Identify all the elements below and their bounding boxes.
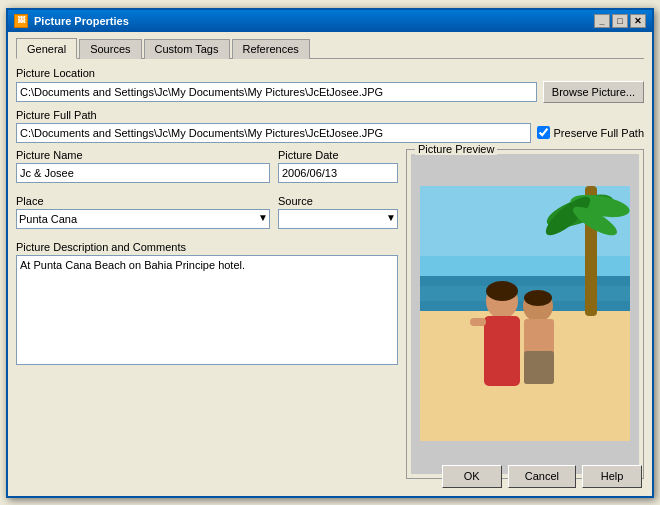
- source-label: Source: [278, 195, 398, 207]
- picture-preview-inner: [411, 154, 639, 474]
- preserve-full-path-label: Preserve Full Path: [554, 127, 644, 139]
- help-button[interactable]: Help: [582, 465, 642, 488]
- description-label: Picture Description and Comments: [16, 241, 398, 253]
- browse-picture-button[interactable]: Browse Picture...: [543, 81, 644, 103]
- picture-name-group: Picture Name: [16, 149, 270, 183]
- picture-full-path-group: Picture Full Path Preserve Full Path: [16, 109, 644, 143]
- dialog-content: General Sources Custom Tags References P…: [8, 32, 652, 487]
- maximize-button[interactable]: □: [612, 14, 628, 28]
- tab-sources[interactable]: Sources: [79, 39, 141, 59]
- description-textarea[interactable]: At Punta Cana Beach on Bahia Principe ho…: [16, 255, 398, 365]
- picture-name-input[interactable]: [16, 163, 270, 183]
- svg-rect-11: [484, 316, 520, 386]
- cancel-button[interactable]: Cancel: [508, 465, 576, 488]
- svg-point-16: [486, 281, 518, 301]
- picture-preview-image: [420, 186, 630, 441]
- picture-name-label: Picture Name: [16, 149, 270, 161]
- picture-location-label: Picture Location: [16, 67, 644, 79]
- title-bar: 🖼 Picture Properties _ □ ✕: [8, 10, 652, 32]
- picture-date-input[interactable]: [278, 163, 398, 183]
- source-group: Source ▼: [278, 195, 398, 229]
- bottom-buttons: OK Cancel Help: [442, 465, 642, 488]
- picture-full-path-label: Picture Full Path: [16, 109, 644, 121]
- tab-general[interactable]: General: [16, 38, 77, 59]
- picture-preview-label: Picture Preview: [415, 143, 497, 155]
- picture-location-group: Picture Location Browse Picture...: [16, 67, 644, 103]
- picture-preview-box: Picture Preview: [406, 149, 644, 479]
- dialog-title: Picture Properties: [34, 15, 129, 27]
- tab-references[interactable]: References: [232, 39, 310, 59]
- picture-location-input[interactable]: [16, 82, 537, 102]
- picture-properties-dialog: 🖼 Picture Properties _ □ ✕ General Sourc…: [6, 8, 654, 498]
- svg-point-17: [524, 290, 552, 306]
- dialog-icon: 🖼: [14, 14, 28, 28]
- minimize-button[interactable]: _: [594, 14, 610, 28]
- picture-date-group: Picture Date: [278, 149, 398, 183]
- place-group: Place Punta Cana ▼: [16, 195, 270, 229]
- svg-rect-15: [524, 351, 554, 384]
- tab-custom-tags[interactable]: Custom Tags: [144, 39, 230, 59]
- close-button[interactable]: ✕: [630, 14, 646, 28]
- ok-button[interactable]: OK: [442, 465, 502, 488]
- main-area: Picture Name Picture Date Place Pu: [16, 149, 644, 479]
- tab-bar: General Sources Custom Tags References: [16, 38, 644, 59]
- place-label: Place: [16, 195, 270, 207]
- form-area: Picture Name Picture Date Place Pu: [16, 149, 398, 479]
- source-select[interactable]: [278, 209, 398, 229]
- picture-date-label: Picture Date: [278, 149, 398, 161]
- description-group: Picture Description and Comments At Punt…: [16, 241, 398, 367]
- picture-preview-section: Picture Preview: [406, 149, 644, 479]
- place-select[interactable]: Punta Cana: [16, 209, 270, 229]
- picture-full-path-input[interactable]: [16, 123, 531, 143]
- preserve-full-path-checkbox[interactable]: [537, 126, 550, 139]
- svg-rect-12: [470, 318, 486, 326]
